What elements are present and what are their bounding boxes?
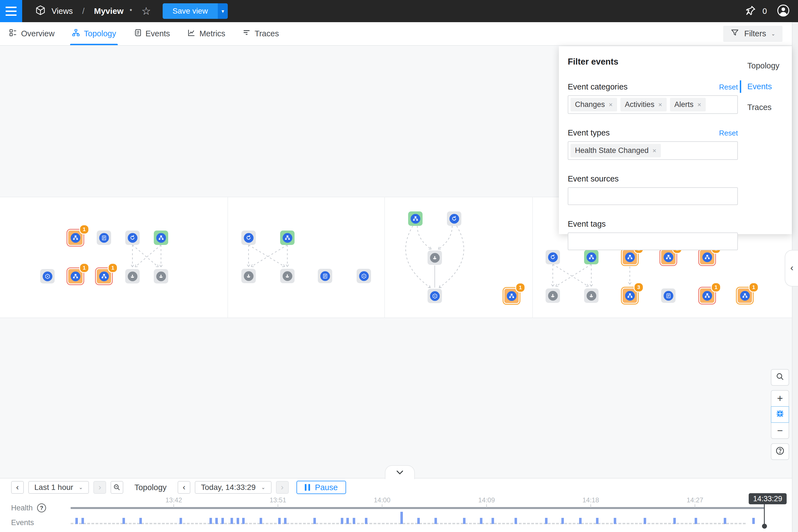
topology-node-refresh-gray[interactable] <box>125 230 140 245</box>
time-range-dropdown[interactable]: Last 1 hour ⌄ <box>28 481 89 494</box>
pin-icon[interactable] <box>745 5 757 17</box>
event-bar[interactable] <box>341 518 343 524</box>
topology-node-rocket-gray[interactable] <box>125 269 140 283</box>
event-bar[interactable] <box>492 518 494 524</box>
timeline[interactable]: Health ? Events 13:4213:5114:0014:0914:1… <box>0 496 798 532</box>
panel-nav-events[interactable]: Events <box>740 80 787 93</box>
event-bar[interactable] <box>230 518 233 524</box>
current-time-dot[interactable] <box>762 524 767 529</box>
topology-node-rocket-gray[interactable] <box>280 269 294 283</box>
event-bar[interactable] <box>284 518 286 524</box>
topology-node-rocket-gray[interactable] <box>546 288 560 303</box>
minus-button[interactable]: − <box>771 422 789 439</box>
event-types-input[interactable]: Health State Changed× <box>568 141 738 160</box>
range-forward-button[interactable]: › <box>93 481 106 494</box>
event-bar[interactable] <box>236 518 239 524</box>
right-panel-collapse-handle[interactable]: ‹ <box>785 250 798 286</box>
timeline-collapse-tab[interactable] <box>385 465 415 479</box>
event-bar[interactable] <box>614 518 616 524</box>
event-bar[interactable] <box>222 518 224 524</box>
plus-button[interactable]: + <box>771 390 789 407</box>
current-time-dropdown[interactable]: Today, 14:33:29 ⌄ <box>195 481 271 494</box>
tab-traces[interactable]: Traces <box>243 22 279 45</box>
topology-node-sitemap-orange[interactable]: 3 <box>621 287 639 305</box>
health-state-bar[interactable] <box>71 507 764 509</box>
topology-node-sitemap-green[interactable] <box>280 230 294 245</box>
event-bar[interactable] <box>278 518 281 524</box>
tab-topology[interactable]: Topology <box>72 22 116 45</box>
health-help-icon[interactable]: ? <box>37 504 46 512</box>
event-tags-input[interactable] <box>568 232 738 250</box>
topology-node-sitemap-orange[interactable]: 1 <box>698 287 716 305</box>
tab-metrics[interactable]: Metrics <box>187 22 225 45</box>
topology-node-refresh-gray[interactable] <box>546 250 560 264</box>
save-view-dropdown-caret[interactable]: ▾ <box>218 3 228 19</box>
event-bar[interactable] <box>260 518 262 524</box>
range-back-button[interactable]: ‹ <box>11 481 24 494</box>
topology-node-sitemap-orange[interactable]: 1 <box>660 248 677 266</box>
event-bar[interactable] <box>81 518 84 524</box>
favorite-star-icon[interactable]: ☆ <box>141 6 151 16</box>
event-bar[interactable] <box>215 518 218 524</box>
topology-node-sitemap-orange[interactable]: 1 <box>66 267 84 285</box>
tab-overview[interactable]: Overview <box>9 22 55 45</box>
event-bar[interactable] <box>209 518 212 524</box>
event-bar[interactable] <box>463 518 466 524</box>
event-bar[interactable] <box>673 518 676 524</box>
event-bar[interactable] <box>562 518 564 524</box>
event-bar[interactable] <box>75 518 78 524</box>
topology-node-refresh-gray[interactable] <box>447 211 461 226</box>
topology-node-rocket-gray[interactable] <box>241 269 256 283</box>
topology-node-sitemap-green[interactable] <box>584 250 598 264</box>
chip-remove-icon[interactable]: × <box>609 101 613 109</box>
topology-node-list-gray[interactable] <box>661 288 676 303</box>
topology-node-sitemap-orange[interactable]: 1 <box>95 267 113 285</box>
current-time-line[interactable] <box>764 504 765 525</box>
hamburger-menu-button[interactable] <box>0 0 22 22</box>
chip-remove-icon[interactable]: × <box>658 101 662 109</box>
topology-node-sitemap-green[interactable] <box>408 211 422 226</box>
event-bar[interactable] <box>435 518 437 524</box>
event-bar[interactable] <box>314 518 316 524</box>
topology-node-app-gray[interactable] <box>428 289 442 303</box>
event-bar[interactable] <box>480 518 482 524</box>
topology-node-sitemap-orange[interactable]: 1 <box>502 287 520 305</box>
event-bar[interactable] <box>365 518 367 524</box>
save-view-button[interactable]: Save view <box>163 3 218 19</box>
event-categories-input[interactable]: Changes×Activities×Alerts× <box>568 95 738 114</box>
chip-remove-icon[interactable]: × <box>698 101 701 109</box>
help-button[interactable] <box>771 443 789 460</box>
chip-remove-icon[interactable]: × <box>652 147 657 155</box>
topology-node-list-gray[interactable] <box>318 269 332 283</box>
event-bar[interactable] <box>139 518 142 524</box>
event-bar[interactable] <box>122 518 125 524</box>
zoom-out-time-button[interactable] <box>111 481 123 494</box>
event-bar[interactable] <box>400 512 403 524</box>
event-bar[interactable] <box>752 518 755 524</box>
topology-node-sitemap-orange[interactable]: 1 <box>66 229 84 247</box>
event-bar[interactable] <box>724 518 726 524</box>
view-name[interactable]: Myview <box>94 6 124 16</box>
views-breadcrumb-link[interactable]: Views <box>52 7 73 16</box>
topology-node-sitemap-orange[interactable]: 1 <box>736 287 754 305</box>
event-bar[interactable] <box>695 518 697 524</box>
save-view-split-button[interactable]: Save view ▾ <box>163 3 228 19</box>
event-categories-reset-link[interactable]: Reset <box>719 83 738 92</box>
topology-node-list-gray[interactable] <box>97 230 111 245</box>
event-types-reset-link[interactable]: Reset <box>719 129 738 137</box>
topology-node-rocket-gray[interactable] <box>428 250 442 265</box>
event-bar[interactable] <box>346 518 349 524</box>
tab-events[interactable]: Events <box>133 22 170 45</box>
event-bar[interactable] <box>179 518 182 524</box>
user-avatar[interactable] <box>777 4 790 18</box>
event-bar[interactable] <box>579 518 582 524</box>
pause-button[interactable]: Pause <box>297 481 346 494</box>
event-bar[interactable] <box>545 518 548 524</box>
topology-node-sitemap-orange[interactable]: 1 <box>698 248 716 266</box>
time-forward-button[interactable]: › <box>276 481 289 494</box>
topology-node-app-gray[interactable] <box>40 269 55 283</box>
panel-nav-traces[interactable]: Traces <box>740 101 787 114</box>
event-bar[interactable] <box>353 518 355 524</box>
search-button[interactable] <box>771 369 789 386</box>
event-sources-input[interactable] <box>568 187 738 205</box>
